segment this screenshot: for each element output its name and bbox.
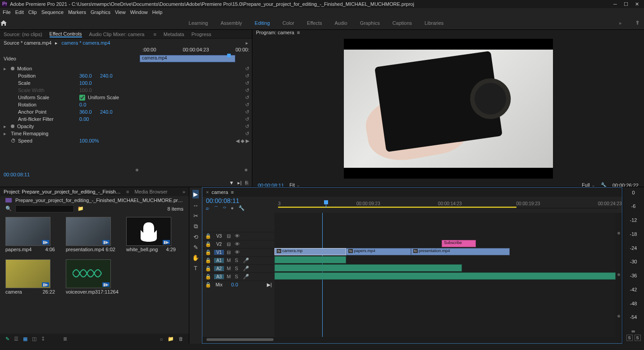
icon-view-icon[interactable]: ▦	[23, 336, 27, 342]
source-tab-1[interactable]: Effect Controls	[50, 31, 82, 37]
timeline-tracks[interactable]: Subscribefxcamera.mpfxpapers.mp4fxpresen…	[274, 213, 616, 337]
video-track-header-V2[interactable]: 🔒V2⊟👁	[202, 240, 274, 248]
toggle-icon[interactable]: ▸|	[238, 180, 242, 186]
source-tab-4[interactable]: Progress	[192, 32, 211, 37]
timeline-clip[interactable]: fxpapers.mp4	[346, 248, 411, 255]
ec-playhead[interactable]	[227, 54, 231, 57]
workspace-graphics[interactable]: Graphics	[360, 20, 380, 26]
workspace-audio[interactable]: Audio	[334, 20, 347, 26]
close-sequence-icon[interactable]: ×	[206, 189, 209, 195]
workspace-learning[interactable]: Learning	[189, 20, 208, 26]
work-area-bar[interactable]	[278, 207, 516, 208]
video-track-header-V3[interactable]: 🔒V3⊟👁	[202, 232, 274, 240]
tool-selection[interactable]: ▶	[192, 190, 199, 198]
project-search-input[interactable]	[15, 205, 74, 212]
menu-graphics[interactable]: Graphics	[91, 9, 110, 15]
ec-prop-scale-width[interactable]: Scale Width100.0↺	[4, 87, 252, 94]
tool-ripple[interactable]: ✂	[193, 212, 198, 219]
panel-menu-icon[interactable]: ≡	[153, 32, 156, 37]
menu-help[interactable]: Help	[152, 9, 163, 15]
ec-clip-bar[interactable]: camera.mp4	[140, 55, 235, 62]
program-view[interactable]	[252, 35, 644, 182]
new-bin-button[interactable]: 📁	[78, 206, 84, 212]
source-tab-0[interactable]: Source: (no clips)	[4, 32, 42, 37]
ec-prop-position[interactable]: Position360.0240.0↺	[4, 72, 252, 79]
timeline-clip[interactable]: fxpresentation.mp4	[411, 248, 510, 255]
source-tab-3[interactable]: Metadata	[164, 32, 184, 37]
search-icon[interactable]: 🔍	[5, 206, 12, 212]
close-button[interactable]: ✕	[631, 1, 642, 7]
project-tab-0[interactable]: Project: Prepare_your_project_for_editin…	[4, 189, 121, 194]
ec-group-opacity[interactable]: ▸Opacity↺	[4, 123, 252, 130]
fit-dropdown[interactable]: Fit ⌄	[289, 182, 300, 187]
workspace-editing[interactable]: Editing	[255, 20, 270, 26]
clear-icon[interactable]: 🗑	[178, 336, 183, 341]
new-item-icon[interactable]: ✎	[5, 336, 9, 342]
workspace-overflow-button[interactable]: »	[619, 20, 621, 26]
panel-menu-icon[interactable]: ≡	[297, 30, 300, 35]
tool-pen[interactable]: ✎	[193, 244, 198, 251]
ec-prop-speed[interactable]: ⏱Speed100.00%◀ ◆ ▶	[4, 137, 252, 144]
menu-markers[interactable]: Markers	[68, 9, 86, 15]
find-icon[interactable]: ⌕	[160, 336, 163, 341]
ec-play-only-icon[interactable]: ▸	[246, 40, 248, 46]
project-tab-1[interactable]: Media Browser	[134, 189, 167, 194]
timeline-clip[interactable]	[274, 256, 346, 263]
program-current-tc[interactable]: 00:00:08:11	[258, 183, 284, 187]
video-track-header-V1[interactable]: 🔒V1⊟👁	[202, 248, 274, 256]
home-button[interactable]	[0, 20, 14, 26]
ec-timecode[interactable]: 00:00:08:11	[0, 172, 252, 179]
timeline-clip[interactable]: Subscribe	[442, 240, 476, 247]
menu-file[interactable]: File	[3, 9, 11, 15]
timeline-sequence-tab[interactable]: camera	[211, 189, 228, 195]
list-view-icon[interactable]: ☰	[14, 336, 18, 342]
tool-slip[interactable]: ⟲	[193, 234, 198, 240]
menu-window[interactable]: Window	[130, 9, 148, 15]
workspace-captions[interactable]: Captions	[393, 20, 412, 26]
freeform-view-icon[interactable]: ◫	[32, 336, 37, 342]
tool-hand[interactable]: ✋	[192, 254, 199, 261]
tool-razor[interactable]: ⧉	[194, 223, 198, 230]
filter-icon[interactable]: ▼	[229, 180, 234, 186]
ec-prop-rotation[interactable]: Rotation0.0↺	[4, 101, 252, 108]
new-folder-icon[interactable]: 📁	[168, 336, 174, 342]
audio-track-header-Mix[interactable]: 🔒Mix0.0▶|	[202, 281, 274, 289]
workspace-assembly[interactable]: Assembly	[220, 20, 242, 26]
ec-group-motion[interactable]: ▸Motion↺	[4, 65, 252, 72]
tool-type[interactable]: T	[194, 265, 197, 272]
tl-control-1[interactable]: ⌒	[214, 205, 219, 212]
menu-view[interactable]: View	[115, 9, 126, 15]
timeline-hscroll[interactable]	[202, 337, 622, 343]
menu-sequence[interactable]: Sequence	[41, 9, 64, 15]
menu-edit[interactable]: Edit	[15, 9, 24, 15]
timeline-clip[interactable]	[274, 264, 462, 272]
wrench-icon[interactable]: 🔧	[601, 182, 607, 187]
tl-control-3[interactable]: ●	[231, 205, 234, 212]
minimize-button[interactable]: ─	[610, 1, 621, 7]
sort-icon[interactable]: ↧	[41, 336, 45, 342]
project-item[interactable]: ▮▶white_bell.png4:29	[126, 217, 176, 252]
quick-export-button[interactable]: ⇪	[630, 20, 644, 26]
ec-group-time-remapping[interactable]: ▸Time Remapping↺	[4, 130, 252, 137]
ec-prop-anti-flicker-filter[interactable]: Anti-flicker Filter0.00↺	[4, 115, 252, 123]
audio-track-header-A2[interactable]: 🔒A2MS🎤	[202, 264, 274, 272]
source-tab-2[interactable]: Audio Clip Mixer: camera	[89, 32, 145, 37]
solo-right-button[interactable]: S	[635, 335, 641, 341]
tool-track-select[interactable]: ↔	[193, 202, 199, 209]
ec-sequence-label[interactable]: camera * camera.mp4	[61, 40, 110, 46]
ec-hscroll[interactable]	[4, 167, 248, 172]
tl-control-0[interactable]: ⎄	[206, 205, 209, 212]
workspace-effects[interactable]: Effects	[307, 20, 322, 26]
timeline-vscroll[interactable]	[616, 213, 622, 337]
workspace-libraries[interactable]: Libraries	[425, 20, 443, 26]
timeline-clip[interactable]	[274, 272, 616, 280]
timeline-ruler[interactable]: 300:00:09:2300:00:14:2300:00:19:2300:00:…	[278, 201, 618, 208]
menu-clip[interactable]: Clip	[28, 9, 37, 15]
automate-icon[interactable]: ≣	[63, 336, 67, 342]
zoom-dropdown[interactable]: Full ⌄	[582, 182, 595, 187]
new-bin-icon[interactable]: ⎘	[245, 180, 248, 186]
timeline-timecode[interactable]: 00:00:08:11	[206, 197, 274, 204]
audio-track-header-A1[interactable]: 🔒A1MS🎤	[202, 256, 274, 264]
timeline-playhead[interactable]	[326, 201, 326, 208]
ec-prop-uniform-scale[interactable]: Uniform Scale Uniform Scale↺	[4, 94, 252, 101]
